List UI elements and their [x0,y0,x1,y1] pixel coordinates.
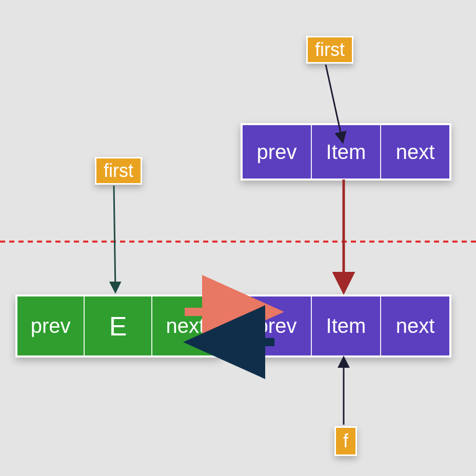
first-label-text: first [104,160,133,181]
cell-next: next [151,296,219,355]
cell-prev: prev [243,125,311,179]
arrow-first-to-green-node [114,186,115,291]
cell-prev: prev [17,296,84,355]
text-next: next [396,314,435,338]
cell-next: next [380,296,449,355]
cell-next: next [380,125,449,179]
first-label-top-right: first [306,36,353,64]
text-item: Item [326,314,366,338]
cell-prev: prev [243,296,311,355]
text-item: E [109,311,127,342]
text-prev: prev [257,141,297,164]
cell-item: E [84,296,151,355]
cell-item: Item [311,296,380,355]
first-label-text: first [315,39,345,60]
f-label-text: f [343,430,348,451]
text-item: Item [326,141,366,164]
text-next: next [166,314,205,338]
cell-item: Item [311,125,380,179]
text-prev: prev [257,314,297,338]
first-label-mid-left: first [95,157,142,185]
diagram: first first prev Item next prev E next p… [0,0,476,476]
f-label-bottom: f [334,426,357,456]
node-top-purple: prev Item next [241,123,451,181]
text-next: next [396,141,435,164]
node-bottom-purple: prev Item next [241,294,451,358]
arrows-layer [0,0,476,476]
node-green-e: prev E next [15,294,221,358]
text-prev: prev [31,314,71,338]
